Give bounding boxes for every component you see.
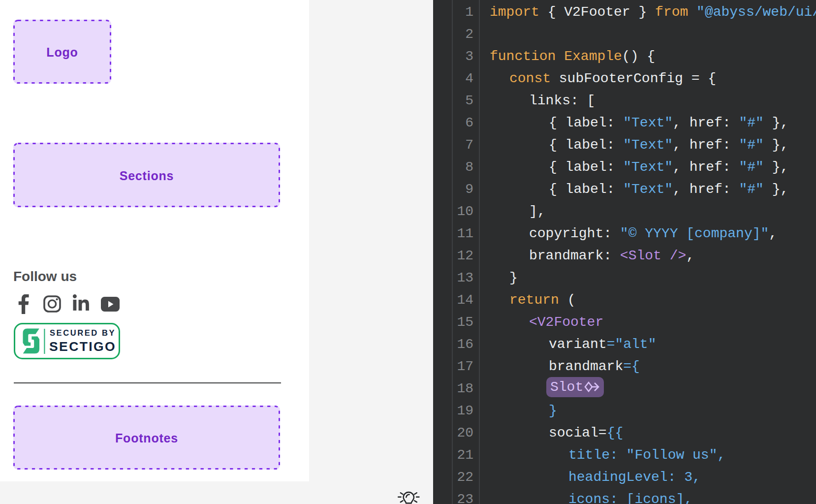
svg-text:SECTIGO: SECTIGO bbox=[49, 339, 116, 354]
svg-text:SECURED BY: SECURED BY bbox=[50, 328, 116, 337]
